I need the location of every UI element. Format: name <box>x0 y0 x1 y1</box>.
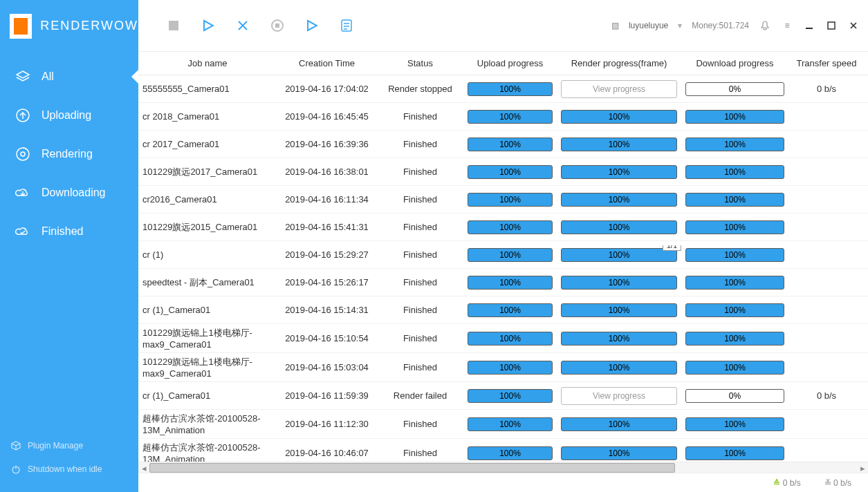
scroll-left-icon[interactable]: ◂ <box>138 462 149 473</box>
upload-progress-bar: 100% <box>468 417 553 431</box>
table-row[interactable]: 101229旗远2017_Camera012019-04-16 16:38:01… <box>138 158 868 186</box>
plugin-manage-link[interactable]: Plugin Manage <box>11 434 138 457</box>
bell-icon[interactable] <box>759 19 771 32</box>
table-row[interactable]: cr 2017_Camera012019-04-16 16:39:36Finis… <box>138 131 868 158</box>
col-jobname[interactable]: Job name <box>138 58 277 68</box>
cell-status: Finished <box>377 274 463 290</box>
svg-rect-0 <box>169 21 178 30</box>
download-progress-bar: 100% <box>685 332 784 346</box>
cell-ctime: 2019-04-16 15:26:17 <box>277 274 377 290</box>
window-bar: ▧ luyueluyue ▾ Money:501.724 ≡ <box>611 19 860 32</box>
cell-ctime: 2019-04-16 15:10:54 <box>277 330 377 346</box>
table-row[interactable]: 超棒仿古滨水茶馆-20100528-13M_Animation2019-04-1… <box>138 410 868 439</box>
cell-ullspeed <box>865 336 868 341</box>
edit-icon[interactable]: ▧ <box>611 21 619 30</box>
cell-status: Render stopped <box>377 81 463 97</box>
render-progress-bar: 100% <box>561 193 677 207</box>
table-row[interactable]: 超棒仿古滨水茶馆-20100528-13M_Animation2019-04-1… <box>138 439 868 462</box>
col-speed[interactable]: Transfer speed <box>788 58 865 68</box>
table-row[interactable]: cr (1)_Camera012019-04-16 11:59:39Render… <box>138 382 868 410</box>
table-row[interactable]: cr 2018_Camera012019-04-16 16:45:45Finis… <box>138 103 868 131</box>
table-row[interactable]: speedtest - 副本_Camera012019-04-16 15:26:… <box>138 269 868 296</box>
close-button[interactable] <box>847 19 860 32</box>
col-upload[interactable]: Upload progress <box>463 58 557 68</box>
table-row[interactable]: 101229旗远锦上1楼电梯厅-max9_Camera012019-04-16 … <box>138 353 868 382</box>
cell-download: 100% <box>681 273 788 292</box>
cell-download: 100% <box>681 415 788 434</box>
view-progress-button[interactable]: View progress <box>561 387 677 405</box>
cell-ctime: 2019-04-16 15:03:04 <box>277 359 377 375</box>
sidebar-item-downloading[interactable]: Downloading <box>0 173 138 212</box>
cell-jobname: cr (1)_Camera01 <box>138 388 277 404</box>
table-row[interactable]: cr (1)_Camera012019-04-16 15:14:31Finish… <box>138 296 868 324</box>
cell-ullspeed <box>865 308 868 313</box>
table-row[interactable]: 101229旗远锦上1楼电梯厅-max9_Camera012019-04-16 … <box>138 324 868 353</box>
logo-icon <box>10 14 32 39</box>
upload-progress-bar: 100% <box>468 165 553 179</box>
cell-speed <box>788 451 865 456</box>
scroll-right-icon[interactable]: ▸ <box>857 462 868 473</box>
render-progress-bar: 100% <box>561 276 677 290</box>
download-speed: ≚ 0 b/s <box>824 478 851 488</box>
stop-button[interactable] <box>166 18 181 33</box>
view-progress-button[interactable]: View progress <box>561 80 677 98</box>
cell-download: 100% <box>681 358 788 377</box>
download-progress-bar: 0% <box>685 389 784 403</box>
cell-ctime: 2019-04-16 16:38:01 <box>277 164 377 180</box>
sidebar-item-rendering[interactable]: Rendering <box>0 135 138 173</box>
cell-upload: 100% <box>463 358 557 377</box>
svg-marker-4 <box>308 21 317 30</box>
cell-download: 100% <box>681 329 788 348</box>
render-progress-bar: 100% <box>561 303 677 317</box>
table-row[interactable]: 55555555_Camera012019-04-16 17:04:02Rend… <box>138 75 868 103</box>
table-body[interactable]: 55555555_Camera012019-04-16 17:04:02Rend… <box>138 75 868 462</box>
render-progress-bar: 100% <box>561 220 677 234</box>
sidebar-item-uploading[interactable]: Uploading <box>0 96 138 135</box>
menu-icon[interactable]: ≡ <box>781 19 793 32</box>
table-row[interactable]: 101229旗远2015_Camera012019-04-16 15:41:31… <box>138 214 868 241</box>
cell-ctime: 2019-04-16 16:11:34 <box>277 191 377 207</box>
upload-progress-bar: 100% <box>468 332 553 346</box>
col-download[interactable]: Download progress <box>681 58 788 68</box>
play-button[interactable] <box>201 18 216 33</box>
cancel-button[interactable] <box>235 18 250 33</box>
cell-upload: 100% <box>463 245 557 265</box>
col-render[interactable]: Render progress(frame) <box>557 58 681 68</box>
maximize-button[interactable] <box>825 19 838 32</box>
log-button[interactable] <box>339 18 354 33</box>
layers-icon <box>15 69 30 84</box>
cell-download: 100% <box>681 190 788 209</box>
chevron-down-icon: ≚ <box>824 478 831 488</box>
col-ctime[interactable]: Creation Time <box>277 58 377 68</box>
cell-speed <box>788 336 865 341</box>
scrollbar-thumb[interactable] <box>149 463 675 473</box>
cell-jobname: 超棒仿古滨水茶馆-20100528-13M_Animation <box>138 410 277 438</box>
download-progress-bar: 100% <box>685 220 784 234</box>
upload-progress-bar: 100% <box>468 361 553 375</box>
power-icon <box>11 464 21 474</box>
sidebar-item-all[interactable]: All <box>0 57 138 96</box>
table-row[interactable]: cr2016_Camera012019-04-16 16:11:34Finish… <box>138 186 868 214</box>
cell-download: 0% <box>681 386 788 406</box>
download-progress-bar: 0% <box>685 82 784 96</box>
cell-ullspeed <box>865 225 868 230</box>
sidebar-item-label: Downloading <box>41 187 106 199</box>
download-progress-bar: 100% <box>685 165 784 179</box>
sidebar-item-label: All <box>41 70 54 83</box>
sidebar-item-finished[interactable]: Finished <box>0 212 138 251</box>
cell-speed <box>788 114 865 120</box>
record-button[interactable] <box>270 18 285 33</box>
table-row[interactable]: cr (1)2019-04-16 15:29:27Finished100%100… <box>138 241 868 269</box>
username[interactable]: luyueluyue <box>629 21 668 30</box>
cell-speed <box>788 308 865 313</box>
cell-jobname: cr (1) <box>138 247 277 263</box>
col-ullspeed[interactable]: ullspee <box>865 58 868 68</box>
play2-button[interactable] <box>304 18 320 33</box>
col-status[interactable]: Status <box>377 58 463 68</box>
cell-jobname: 101229旗远2015_Camera01 <box>138 218 277 236</box>
user-dropdown-icon[interactable]: ▾ <box>678 21 682 30</box>
shutdown-idle-link[interactable]: Shutdown when idle <box>11 457 138 481</box>
cell-download: 100% <box>681 301 788 320</box>
minimize-button[interactable] <box>803 19 815 32</box>
horizontal-scrollbar[interactable]: ◂ ▸ <box>138 462 868 473</box>
